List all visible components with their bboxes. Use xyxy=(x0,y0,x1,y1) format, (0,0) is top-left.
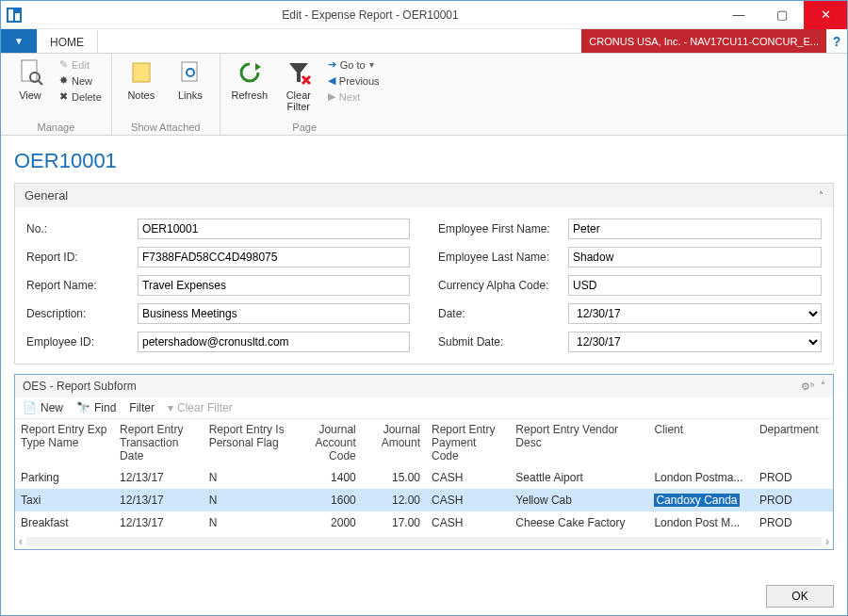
submit-date-select[interactable]: 12/30/17 xyxy=(568,332,822,352)
no-input[interactable] xyxy=(138,219,410,239)
scroll-right-icon[interactable]: › xyxy=(825,535,829,548)
subform-new-button[interactable]: 📄 New xyxy=(23,401,63,414)
page-title: OER10001 xyxy=(14,149,834,173)
table-row[interactable]: Taxi12/13/17N160012.00CASHYellow CabCand… xyxy=(15,489,833,511)
app-menu-button[interactable]: ▼ xyxy=(1,29,37,53)
new-icon: 📄 xyxy=(23,401,37,414)
emp-first-input[interactable] xyxy=(568,219,822,239)
app-icon xyxy=(5,6,24,24)
close-button[interactable]: ✕ xyxy=(804,1,847,29)
grid-header-row[interactable]: Report Entry Exp Type Name Report Entry … xyxy=(15,419,833,466)
ribbon: View ✎ Edit ✸ New ✖ Delete xyxy=(1,54,847,136)
col-personal[interactable]: Report Entry Is Personal Flag xyxy=(204,419,293,466)
triangle-left-icon: ◀ xyxy=(328,74,335,87)
col-dept[interactable]: Department xyxy=(754,419,833,466)
page-body: OER10001 General ˄ No.: Employee First N… xyxy=(1,136,847,615)
col-account[interactable]: Journal Account Code xyxy=(292,419,362,466)
help-icon[interactable]: ? xyxy=(826,29,847,53)
clear-filter-icon: ▾ xyxy=(168,401,173,414)
col-client[interactable]: Client xyxy=(648,419,753,466)
subform-toolbar: 📄 New 🔭 Find Filter ▾ Clear Filter xyxy=(15,397,833,419)
subform-clear-filter-button[interactable]: ▾ Clear Filter xyxy=(168,401,233,414)
titlebar: Edit - Expense Report - OER10001 — ▢ ✕ xyxy=(1,1,847,29)
links-button[interactable]: Links xyxy=(169,57,212,101)
new-button[interactable]: ✸ New xyxy=(57,73,104,88)
table-row[interactable]: Parking12/13/17N140015.00CASHSeattle Aip… xyxy=(15,466,833,489)
table-row[interactable]: Breakfast12/13/17N200017.00CASHCheese Ca… xyxy=(15,511,833,534)
field-employee-id: Employee ID: xyxy=(26,330,410,354)
maximize-button[interactable]: ▢ xyxy=(760,1,804,29)
field-report-name: Report Name: xyxy=(26,273,410,298)
field-report-id: Report ID: xyxy=(26,245,410,269)
group-manage-label: Manage xyxy=(38,122,75,133)
notes-button[interactable]: Notes xyxy=(120,57,163,101)
subform-find-button[interactable]: 🔭 Find xyxy=(76,401,116,414)
arrow-right-icon: ➔ xyxy=(328,58,336,71)
edit-button[interactable]: ✎ Edit xyxy=(57,57,104,72)
col-amount[interactable]: Journal Amount xyxy=(362,419,426,466)
delete-icon: ✖ xyxy=(59,90,68,103)
app-window: Edit - Expense Report - OER10001 — ▢ ✕ ▼… xyxy=(0,0,848,616)
ribbon-tabstrip: ▼ HOME CRONUS USA, Inc. - NAV17CU11-CONC… xyxy=(1,29,847,54)
window-title: Edit - Expense Report - OER10001 xyxy=(24,8,717,22)
group-page-label: Page xyxy=(292,122,317,133)
gear-icon[interactable]: ⚙ᵇ xyxy=(801,381,815,393)
field-description: Description: xyxy=(26,301,410,326)
chevron-up-icon: ˄ xyxy=(821,381,825,393)
subform-oes: OES - Report Subform ⚙ᵇ ˄ 📄 New 🔭 Find F… xyxy=(14,374,834,550)
report-id-input[interactable] xyxy=(138,247,410,267)
view-button[interactable]: View xyxy=(8,57,52,101)
clear-filter-button[interactable]: Clear Filter xyxy=(277,57,320,112)
goto-button[interactable]: ➔ Go to ▾ xyxy=(326,57,382,72)
field-date: Date: 12/30/17 xyxy=(438,301,822,326)
subform-grid[interactable]: Report Entry Exp Type Name Report Entry … xyxy=(15,419,833,534)
svg-rect-2 xyxy=(15,13,20,21)
fasttab-general: General ˄ No.: Employee First Name: xyxy=(14,183,834,365)
col-exp-type[interactable]: Report Entry Exp Type Name xyxy=(15,419,114,466)
binoculars-icon: 🔭 xyxy=(76,401,90,414)
col-vendor[interactable]: Report Entry Vendor Desc xyxy=(510,419,648,466)
subform-header[interactable]: OES - Report Subform ⚙ᵇ ˄ xyxy=(15,375,833,397)
currency-input[interactable] xyxy=(568,275,822,296)
col-trx-date[interactable]: Report Entry Transaction Date xyxy=(114,419,204,466)
field-submit-date: Submit Date: 12/30/17 xyxy=(438,330,822,354)
chevron-up-icon: ˄ xyxy=(819,190,824,201)
subform-filter-button[interactable]: Filter xyxy=(129,401,155,414)
links-icon xyxy=(175,57,205,88)
description-input[interactable] xyxy=(138,303,410,324)
field-currency: Currency Alpha Code: xyxy=(438,273,822,298)
col-pay-code[interactable]: Report Entry Payment Code xyxy=(426,419,510,466)
scroll-left-icon[interactable]: ‹ xyxy=(19,535,23,548)
minimize-button[interactable]: — xyxy=(717,1,760,29)
svg-marker-8 xyxy=(255,63,261,71)
triangle-right-icon: ▶ xyxy=(328,90,335,103)
pencil-icon: ✎ xyxy=(59,58,68,71)
field-emp-last: Employee Last Name: xyxy=(438,245,822,269)
refresh-icon xyxy=(235,57,265,88)
refresh-button[interactable]: Refresh xyxy=(228,57,271,101)
report-name-input[interactable] xyxy=(138,275,410,296)
employee-id-input[interactable] xyxy=(138,332,410,352)
notes-icon xyxy=(126,57,156,88)
date-select[interactable]: 12/30/17 xyxy=(568,303,822,324)
grid-h-scrollbar[interactable]: ‹ › xyxy=(15,534,833,549)
next-button[interactable]: ▶ Next xyxy=(326,89,382,104)
company-indicator[interactable]: CRONUS USA, Inc. - NAV17CU11-CONCUR_E... xyxy=(581,29,826,53)
selected-cell[interactable]: Candoxy Canda xyxy=(654,494,739,507)
svg-rect-3 xyxy=(22,60,37,81)
previous-button[interactable]: ◀ Previous xyxy=(326,73,382,88)
footer: OK xyxy=(766,585,834,608)
tab-home[interactable]: HOME xyxy=(37,29,98,53)
chevron-down-icon: ▾ xyxy=(369,59,374,70)
field-emp-first: Employee First Name: xyxy=(438,217,822,241)
delete-button[interactable]: ✖ Delete xyxy=(57,89,104,104)
clear-filter-icon xyxy=(284,57,314,88)
svg-rect-6 xyxy=(133,63,150,82)
scroll-track[interactable] xyxy=(26,537,822,546)
magnifier-page-icon xyxy=(15,57,45,88)
svg-rect-1 xyxy=(8,9,13,21)
emp-last-input[interactable] xyxy=(568,247,822,267)
ok-button[interactable]: OK xyxy=(766,585,834,608)
fasttab-general-header[interactable]: General ˄ xyxy=(15,184,833,207)
group-show-attached-label: Show Attached xyxy=(131,122,200,133)
